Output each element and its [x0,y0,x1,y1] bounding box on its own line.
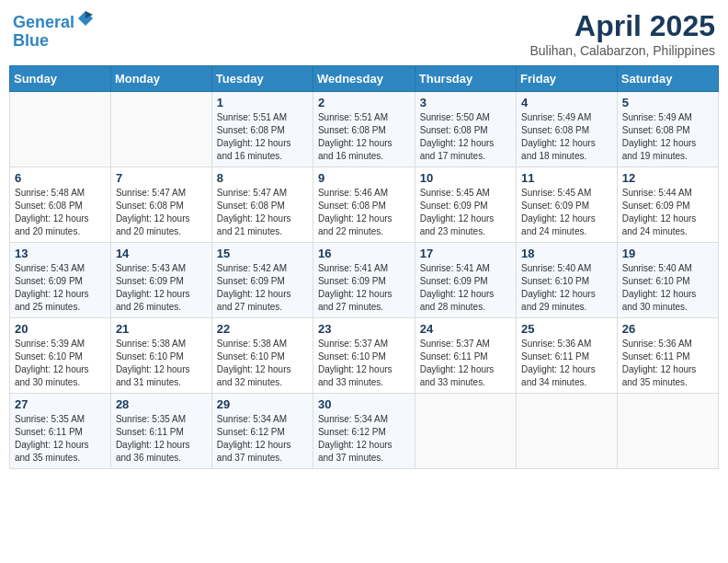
calendar-day-cell: 2Sunrise: 5:51 AM Sunset: 6:08 PM Daylig… [313,92,415,167]
calendar-week-row: 27Sunrise: 5:35 AM Sunset: 6:11 PM Dayli… [10,394,719,469]
day-info: Sunrise: 5:50 AM Sunset: 6:08 PM Dayligh… [420,111,511,163]
calendar-day-cell [110,92,211,167]
calendar-day-cell: 18Sunrise: 5:40 AM Sunset: 6:10 PM Dayli… [517,243,618,318]
day-number: 2 [318,96,410,109]
day-info: Sunrise: 5:51 AM Sunset: 6:08 PM Dayligh… [318,111,410,163]
day-number: 29 [217,397,308,411]
day-number: 13 [15,247,106,260]
calendar-day-cell [10,92,111,167]
day-number: 19 [622,247,713,260]
calendar-day-cell: 25Sunrise: 5:36 AM Sunset: 6:11 PM Dayli… [517,318,618,394]
calendar-day-cell: 12Sunrise: 5:44 AM Sunset: 6:09 PM Dayli… [617,167,718,243]
calendar-day-cell [617,394,718,469]
day-info: Sunrise: 5:51 AM Sunset: 6:08 PM Dayligh… [217,111,308,163]
day-info: Sunrise: 5:38 AM Sunset: 6:10 PM Dayligh… [217,338,308,389]
weekday-header: Friday [517,66,618,92]
day-info: Sunrise: 5:49 AM Sunset: 6:08 PM Dayligh… [521,111,612,163]
calendar-day-cell: 16Sunrise: 5:41 AM Sunset: 6:09 PM Dayli… [313,243,415,318]
page-header: General Blue April 2025 Bulihan, Calabar… [9,9,719,58]
day-number: 1 [217,96,308,109]
calendar-day-cell: 26Sunrise: 5:36 AM Sunset: 6:11 PM Dayli… [617,318,718,394]
calendar-day-cell: 15Sunrise: 5:42 AM Sunset: 6:09 PM Dayli… [211,243,313,318]
day-number: 15 [217,247,308,260]
day-info: Sunrise: 5:48 AM Sunset: 6:08 PM Dayligh… [15,187,106,238]
day-number: 30 [318,397,410,411]
day-number: 28 [116,397,207,411]
day-info: Sunrise: 5:34 AM Sunset: 6:12 PM Dayligh… [217,413,308,465]
calendar-day-cell: 5Sunrise: 5:49 AM Sunset: 6:08 PM Daylig… [617,92,718,167]
logo-line2: Blue [13,31,49,50]
calendar-table: SundayMondayTuesdayWednesdayThursdayFrid… [9,65,719,469]
calendar-week-row: 1Sunrise: 5:51 AM Sunset: 6:08 PM Daylig… [10,92,719,167]
calendar-day-cell: 4Sunrise: 5:49 AM Sunset: 6:08 PM Daylig… [517,92,618,167]
calendar-day-cell: 1Sunrise: 5:51 AM Sunset: 6:08 PM Daylig… [211,92,313,167]
calendar-day-cell: 10Sunrise: 5:45 AM Sunset: 6:09 PM Dayli… [415,167,516,243]
calendar-header: SundayMondayTuesdayWednesdayThursdayFrid… [10,66,719,92]
weekday-header: Tuesday [211,66,313,92]
day-info: Sunrise: 5:39 AM Sunset: 6:10 PM Dayligh… [15,338,106,389]
day-info: Sunrise: 5:45 AM Sunset: 6:09 PM Dayligh… [420,187,511,238]
logo-line1: General [13,13,74,31]
day-number: 14 [116,247,207,260]
logo-icon [76,9,95,28]
calendar-day-cell: 21Sunrise: 5:38 AM Sunset: 6:10 PM Dayli… [110,318,211,394]
day-info: Sunrise: 5:42 AM Sunset: 6:09 PM Dayligh… [217,262,308,314]
day-info: Sunrise: 5:36 AM Sunset: 6:11 PM Dayligh… [622,338,713,389]
title-block: April 2025 Bulihan, Calabarzon, Philippi… [529,9,715,58]
day-info: Sunrise: 5:40 AM Sunset: 6:10 PM Dayligh… [622,262,713,314]
calendar-day-cell: 24Sunrise: 5:37 AM Sunset: 6:11 PM Dayli… [415,318,516,394]
calendar-day-cell: 9Sunrise: 5:46 AM Sunset: 6:08 PM Daylig… [313,167,415,243]
calendar-week-row: 20Sunrise: 5:39 AM Sunset: 6:10 PM Dayli… [10,318,719,394]
calendar-day-cell: 22Sunrise: 5:38 AM Sunset: 6:10 PM Dayli… [211,318,313,394]
day-number: 5 [622,96,713,109]
day-info: Sunrise: 5:36 AM Sunset: 6:11 PM Dayligh… [521,338,612,389]
calendar-subtitle: Bulihan, Calabarzon, Philippines [529,43,715,58]
calendar-day-cell: 3Sunrise: 5:50 AM Sunset: 6:08 PM Daylig… [415,92,516,167]
calendar-day-cell: 13Sunrise: 5:43 AM Sunset: 6:09 PM Dayli… [10,243,111,318]
day-info: Sunrise: 5:34 AM Sunset: 6:12 PM Dayligh… [318,413,410,465]
day-number: 10 [420,171,511,185]
day-number: 11 [521,171,612,185]
day-info: Sunrise: 5:45 AM Sunset: 6:09 PM Dayligh… [521,187,612,238]
day-number: 21 [116,322,207,336]
day-info: Sunrise: 5:41 AM Sunset: 6:09 PM Dayligh… [318,262,410,314]
day-number: 12 [622,171,713,185]
weekday-header: Wednesday [313,66,415,92]
logo-text: General Blue [13,9,95,51]
calendar-week-row: 13Sunrise: 5:43 AM Sunset: 6:09 PM Dayli… [10,243,719,318]
day-number: 25 [521,322,612,336]
weekday-row: SundayMondayTuesdayWednesdayThursdayFrid… [10,66,719,92]
logo: General Blue [13,9,95,51]
day-info: Sunrise: 5:35 AM Sunset: 6:11 PM Dayligh… [15,413,106,465]
day-info: Sunrise: 5:47 AM Sunset: 6:08 PM Dayligh… [217,187,308,238]
calendar-day-cell [415,394,516,469]
day-info: Sunrise: 5:49 AM Sunset: 6:08 PM Dayligh… [622,111,713,163]
day-number: 27 [15,397,106,411]
day-number: 18 [521,247,612,260]
day-number: 4 [521,96,612,109]
weekday-header: Saturday [617,66,718,92]
day-info: Sunrise: 5:46 AM Sunset: 6:08 PM Dayligh… [318,187,410,238]
calendar-day-cell: 19Sunrise: 5:40 AM Sunset: 6:10 PM Dayli… [617,243,718,318]
calendar-day-cell: 28Sunrise: 5:35 AM Sunset: 6:11 PM Dayli… [110,394,211,469]
calendar-day-cell [517,394,618,469]
day-info: Sunrise: 5:40 AM Sunset: 6:10 PM Dayligh… [521,262,612,314]
day-info: Sunrise: 5:37 AM Sunset: 6:11 PM Dayligh… [420,338,511,389]
day-number: 6 [15,171,106,185]
day-info: Sunrise: 5:43 AM Sunset: 6:09 PM Dayligh… [116,262,207,314]
calendar-day-cell: 14Sunrise: 5:43 AM Sunset: 6:09 PM Dayli… [110,243,211,318]
calendar-day-cell: 8Sunrise: 5:47 AM Sunset: 6:08 PM Daylig… [211,167,313,243]
day-number: 22 [217,322,308,336]
calendar-day-cell: 11Sunrise: 5:45 AM Sunset: 6:09 PM Dayli… [517,167,618,243]
day-number: 7 [116,171,207,185]
calendar-day-cell: 7Sunrise: 5:47 AM Sunset: 6:08 PM Daylig… [110,167,211,243]
weekday-header: Monday [110,66,211,92]
calendar-week-row: 6Sunrise: 5:48 AM Sunset: 6:08 PM Daylig… [10,167,719,243]
calendar-day-cell: 6Sunrise: 5:48 AM Sunset: 6:08 PM Daylig… [10,167,111,243]
day-number: 9 [318,171,410,185]
day-number: 20 [15,322,106,336]
weekday-header: Sunday [10,66,111,92]
day-info: Sunrise: 5:37 AM Sunset: 6:10 PM Dayligh… [318,338,410,389]
calendar-body: 1Sunrise: 5:51 AM Sunset: 6:08 PM Daylig… [10,92,719,469]
day-number: 23 [318,322,410,336]
